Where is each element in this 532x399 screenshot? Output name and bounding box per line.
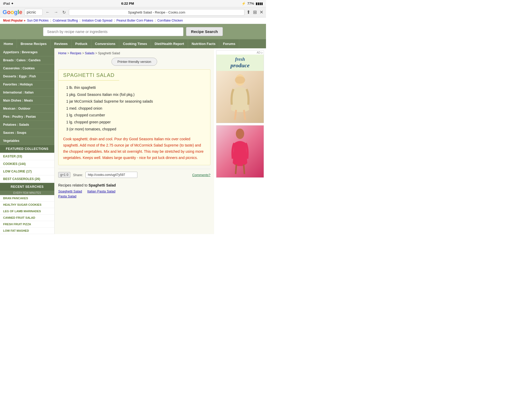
back-button[interactable]: ← <box>45 9 51 15</box>
browser-chrome: Google ← → ↻ Spaghetti Salad - Recipe - … <box>0 7 266 17</box>
sidebar-collection-casseroles[interactable]: BEST CASSEROLES (26) <box>0 175 54 183</box>
sidebar-item-desserts[interactable]: Desserts : Eggs : Fish <box>0 72 54 81</box>
toolbar-icons: ⬆ ⊞ ✕ <box>247 9 263 15</box>
search-input[interactable] <box>43 27 183 36</box>
sidebar-item-favorites[interactable]: Favorites : Holidays <box>0 81 54 89</box>
recipe-title-tab: SPAGHETTI SALAD <box>58 70 119 81</box>
sidebar-item-potatoes[interactable]: Potatoes : Salads <box>0 121 54 129</box>
search-button[interactable]: Recipe Search <box>186 27 223 36</box>
ad-person-silhouette-2 <box>227 128 253 175</box>
ad-image-2[interactable] <box>216 125 264 177</box>
most-popular-link-2[interactable]: Crabmeat Stuffing <box>53 19 78 22</box>
nav-browse[interactable]: Browse Recipes <box>17 39 50 48</box>
svg-point-1 <box>235 76 245 84</box>
nav-cooking-times[interactable]: Cooking Times <box>119 39 151 48</box>
ingredient-7: 3 (or more) tomatoes, chopped <box>66 126 202 133</box>
related-links-row2: Pasta Salad <box>58 194 210 198</box>
recent-item-3[interactable]: LEG OF LAMB MARINADES <box>0 208 54 215</box>
breadcrumb-recipes[interactable]: Recipes <box>70 51 81 55</box>
sidebar-item-pies[interactable]: Pies : Poultry : Pastas <box>0 113 54 121</box>
status-bar: iPad ✦ 6:22 PM ⚡ 77% ▮▮▮▮ <box>0 0 266 7</box>
sidebar-item-casseroles[interactable]: Casseroles : Cookies <box>0 64 54 72</box>
comments-link[interactable]: Comments? <box>192 173 210 177</box>
close-icon[interactable]: ✕ <box>260 9 263 15</box>
ad-box-1: AD ▷ fresh produce <box>216 50 264 123</box>
nav-potluck[interactable]: Potluck <box>72 39 91 48</box>
nav-reviews[interactable]: Reviews <box>51 39 72 48</box>
most-popular-label: Most Popular » <box>3 19 25 22</box>
sidebar-item-main-dishes[interactable]: Main Dishes : Meats <box>0 97 54 105</box>
breadcrumb-current: Spaghetti Salad <box>98 51 120 55</box>
instructions-text: Cook spaghetti; drain and cool. Pour dry… <box>63 136 205 161</box>
ad-sidebar: AD ▷ fresh produce <box>214 48 266 234</box>
most-popular-link-1[interactable]: Sun Dill Pickles <box>27 19 49 22</box>
recipe-title: SPAGHETTI SALAD <box>63 72 115 78</box>
recent-item-5[interactable]: FRESH FRUIT PIZZA <box>0 221 54 228</box>
battery-label: 77% <box>247 2 254 5</box>
ad-fresh-text: fresh <box>218 57 262 62</box>
printer-friendly-button[interactable]: Printer-friendly version <box>111 58 157 66</box>
nav-diet[interactable]: Diet/Health Report <box>151 39 188 48</box>
ingredient-4: 1 med. chopped onion <box>66 105 202 112</box>
recent-searches-sub: EVERY FEW MINUTES <box>0 191 54 195</box>
ingredient-2: 1 pkg. Good Seasons Italian mix (foil pk… <box>66 91 202 98</box>
site-header: Recipe Search <box>0 24 266 39</box>
recent-searches-title: RECENT SEARCHES <box>0 183 54 191</box>
breadcrumb-salads[interactable]: Salads <box>85 51 95 55</box>
breadcrumb-home[interactable]: Home <box>58 51 66 55</box>
recipe-card: SPAGHETTI SALAD 1 lb. thin spaghetti 1 p… <box>58 69 210 165</box>
nav-nutrition[interactable]: Nutrition Facts <box>188 39 220 48</box>
ingredient-3: 1 jar McCormick Salad Supreme for season… <box>66 98 202 105</box>
nav-forums[interactable]: Forums <box>219 39 239 48</box>
sidebar-item-breads[interactable]: Breads : Cakes : Candies <box>0 56 54 64</box>
status-bar-right: ⚡ 77% ▮▮▮▮ <box>242 2 263 5</box>
battery-icon: ▮▮▮▮ <box>256 2 263 5</box>
recent-item-4[interactable]: CANNED FRUIT SALAD <box>0 215 54 221</box>
ad-banner[interactable]: fresh produce <box>216 55 264 71</box>
recent-item-6[interactable]: LOW FAT MASHED <box>0 228 54 234</box>
status-bar-time: 6:22 PM <box>121 2 134 5</box>
g-plus-count: 0 <box>66 173 68 177</box>
content-area: Appetizers : Beverages Breads : Cakes : … <box>0 48 266 234</box>
ad-image-1[interactable] <box>216 71 264 123</box>
recent-item-2[interactable]: HEALTHY SUGAR COOKIES <box>0 202 54 208</box>
sidebar-item-vegetables[interactable]: Vegetables <box>0 137 54 145</box>
related-link-1[interactable]: Spaghetti Salad <box>58 189 82 193</box>
recent-item-1[interactable]: BRAN PANCAKES <box>0 195 54 202</box>
url-bar[interactable] <box>24 9 43 16</box>
most-popular-link-5[interactable]: Cornflake Chicken <box>157 19 183 22</box>
sidebar-item-mexican[interactable]: Mexican : Outdoor <box>0 105 54 113</box>
most-popular-link-4[interactable]: Peanut Butter Corn Flakes <box>116 19 153 22</box>
recipe-instructions: Cook spaghetti; drain and cool. Pour dry… <box>58 136 210 165</box>
google-logo: Google <box>3 9 22 16</box>
featured-collections-title: FEATURED COLLECTIONS <box>0 145 54 153</box>
sidebar-collection-easter[interactable]: EASTER (33) <box>0 153 54 160</box>
main-content: Home > Recipes > Salads > Spaghetti Sala… <box>55 48 214 234</box>
address-bar[interactable]: Spaghetti Salad - Recipe - Cooks.com <box>69 9 244 16</box>
forward-button[interactable]: → <box>53 9 59 15</box>
related-link-2[interactable]: Italian Pasta Salad <box>87 189 115 193</box>
most-popular-link-3[interactable]: Imitation Crab Spread <box>82 19 112 22</box>
share-url-input[interactable] <box>85 172 137 178</box>
sidebar-collection-low-calorie[interactable]: LOW CALORIE (17) <box>0 168 54 175</box>
refresh-button[interactable]: ↻ <box>61 9 67 15</box>
ad-produce-text: produce <box>218 62 262 69</box>
share-bar: g+1 0 Share: Comments? <box>58 169 210 181</box>
tab-search-icon[interactable]: ⊞ <box>253 9 257 15</box>
nav-conversions[interactable]: Conversions <box>91 39 119 48</box>
share-icon[interactable]: ⬆ <box>247 9 250 15</box>
ingredient-6: 1 lg. chopped green pepper <box>66 119 202 126</box>
sidebar-item-international[interactable]: International : Italian <box>0 89 54 97</box>
ad-person-silhouette-1 <box>227 74 253 120</box>
g-plus-button[interactable]: g+1 0 <box>58 172 70 178</box>
nav-home[interactable]: Home <box>0 39 17 48</box>
sidebar-collection-cookies[interactable]: COOKIES (144) <box>0 160 54 168</box>
share-label: Share: <box>73 173 83 177</box>
sidebar-item-sauces[interactable]: Sauces : Soups <box>0 129 54 137</box>
sidebar-item-appetizers[interactable]: Appetizers : Beverages <box>0 48 54 56</box>
ingredient-1: 1 lb. thin spaghetti <box>66 84 202 91</box>
ingredient-5: 1 lg. chopped cucumber <box>66 112 202 119</box>
ad-label: AD ▷ <box>216 51 264 55</box>
svg-point-2 <box>236 129 244 139</box>
related-link-3[interactable]: Pasta Salad <box>58 194 76 198</box>
